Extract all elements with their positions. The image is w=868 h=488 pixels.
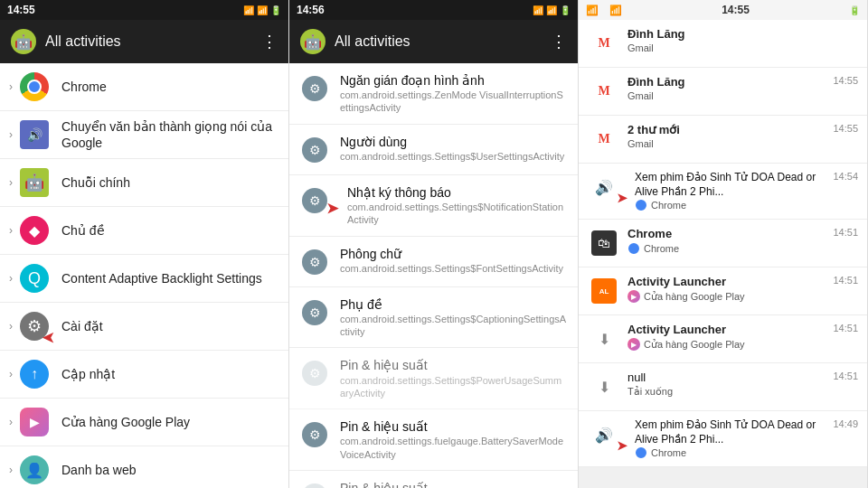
status-icons-3: 🔋 — [849, 5, 860, 15]
sub-phong-chu: com.android.settings.Settings$FontSettin… — [340, 262, 567, 275]
notif-sub-chrome-1: Chrome — [627, 242, 826, 255]
text-nguoi-dung: Người dùng com.android.settings.Settings… — [340, 134, 567, 163]
list-item-cua-hang[interactable]: › ▶ Cửa hàng Google Play — [0, 399, 288, 446]
item-label-cap-nhat: Cập nhật — [61, 366, 279, 382]
status-bar-1: 14:55 📶 📶 🔋 — [0, 0, 288, 20]
text-phu-de: Phụ đề com.android.settings.Settings$Cap… — [340, 296, 567, 339]
item-label-danh-ba: Danh ba web — [61, 462, 279, 478]
app-bar-1: 🤖 All activities ⋮ — [0, 20, 288, 63]
menu-icon-2[interactable]: ⋮ — [551, 32, 567, 52]
app-bar-2: 🤖 All activities ⋮ — [289, 20, 578, 63]
arrow-indicator-cai-dat: ➤ — [42, 329, 54, 346]
status-bar-3: 📶 📶 14:55 🔋 — [579, 0, 867, 20]
notif-icon-activity-2: ⬇ — [588, 323, 620, 355]
notif-sub-xem-phim-1: Chrome — [635, 199, 826, 211]
label-phong-chu: Phông chữ — [340, 246, 567, 262]
label-pin2: Pin & hiệu suất — [340, 418, 567, 435]
app-bar-title-1: All activities — [45, 33, 252, 50]
label-pin3: Pin & hiệu suất — [340, 480, 567, 488]
notif-title-xem-phim-1: Xem phim Đảo Sinh Tử DOA Dead or Alive P… — [635, 171, 826, 199]
list-item-cabl[interactable]: › Q Content Adaptive Backlight Settings — [0, 255, 288, 303]
activities-list-1: › Chrome › 🔊 Chuyển văn bản thành giọng … — [0, 63, 288, 488]
chevron-tts: › — [9, 128, 13, 141]
notif-icon-xem-phim-2: 🔊 ➤ — [588, 418, 620, 451]
gmail-icon-1: M — [598, 36, 609, 51]
sub-pin2: com.android.settings.fuelgauge.BatterySa… — [340, 435, 567, 461]
arrow-xem-phim-2: ➤ — [617, 438, 627, 453]
tts-icon: 🔊 — [20, 120, 49, 149]
list-item-chrome[interactable]: › Chrome — [0, 63, 288, 111]
theme-icon: ◆ — [20, 216, 49, 245]
list-item-chu-de[interactable]: › ◆ Chủ đề — [0, 207, 288, 255]
list-item-nhat-ky[interactable]: ⚙ ➤ Nhật ký thông báo com.android.settin… — [289, 175, 578, 237]
notif-time-2thu: 14:55 — [833, 123, 858, 134]
sub-pin1: com.android.settings.Settings$PowerUsage… — [340, 374, 567, 400]
list-item-cai-dat[interactable]: › ⚙ ➤ Cài đặt — [0, 303, 288, 351]
notif-time-chrome-1: 14:51 — [833, 227, 858, 238]
list-item-pin1[interactable]: ⚙ Pin & hiệu suất com.android.settings.S… — [289, 348, 578, 409]
list-item-danh-ba[interactable]: › 👤 Danh ba web — [0, 446, 288, 488]
text-pin1: Pin & hiệu suất com.android.settings.Set… — [340, 357, 567, 399]
activities-list-2: ⚙ Ngăn gián đoạn hình ảnh com.android.se… — [289, 63, 578, 488]
wifi-icon-3: 📶 — [586, 5, 599, 16]
notif-icon-chrome-bag: 🛍 — [588, 227, 620, 259]
list-item-cap-nhat[interactable]: › ↑ Cập nhật — [0, 351, 288, 399]
item-label-tts: Chuyển văn bản thành giọng nói của Googl… — [61, 118, 279, 151]
icon-wrap-ngan-chan: ⚙ — [300, 74, 329, 103]
notif-item-2thu[interactable]: M 2 thư mới Gmail 14:55 — [579, 116, 867, 164]
chevron-cap-nhat: › — [9, 368, 13, 380]
notif-title-dinh-lang-2: Đình Lăng — [627, 75, 826, 90]
notif-title-chrome-1: Chrome — [627, 227, 826, 242]
list-item-phu-de[interactable]: ⚙ Phụ đề com.android.settings.Settings$C… — [289, 287, 578, 349]
status-icons-1: 📶 📶 🔋 — [243, 5, 281, 15]
notif-item-dinh-lang-1[interactable]: M Đình Lăng Gmail — [579, 20, 867, 68]
text-nhat-ky: Nhật ký thông báo com.android.settings.S… — [347, 184, 567, 227]
panel-all-activities-2: 14:56 📶 📶 🔋 🤖 All activities ⋮ ⚙ Ngăn gi… — [289, 0, 579, 488]
text-pin2: Pin & hiệu suất com.android.settings.fue… — [340, 418, 567, 461]
notif-item-activity-1[interactable]: AL Activity Launcher ▶ Cửa hàng Google P… — [579, 267, 867, 315]
notif-item-xem-phim-1[interactable]: 🔊 ➤ Xem phim Đảo Sinh Tử DOA Dead or Ali… — [579, 164, 867, 220]
list-item-ngan-chan[interactable]: ⚙ Ngăn gián đoạn hình ảnh com.android.se… — [289, 63, 578, 125]
app-bar-title-2: All activities — [335, 33, 542, 50]
menu-icon-1[interactable]: ⋮ — [261, 32, 278, 52]
android-logo-2: 🤖 — [300, 29, 326, 54]
notif-icon-dinh-lang-2: M — [588, 75, 620, 108]
notif-item-chrome-1[interactable]: 🛍 Chrome Chrome 14:51 — [579, 220, 867, 267]
list-item-chuoi[interactable]: › 🤖 Chuỗi chính — [0, 159, 288, 207]
notif-sub-activity-1: ▶ Cửa hàng Google Play — [627, 290, 826, 303]
sub-phu-de: com.android.settings.Settings$Captioning… — [340, 313, 567, 339]
notif-item-dinh-lang-2[interactable]: M Đình Lăng Gmail 14:55 — [579, 68, 867, 116]
notif-item-activity-2[interactable]: ⬇ Activity Launcher ▶ Cửa hàng Google Pl… — [579, 315, 867, 363]
list-item-tts[interactable]: › 🔊 Chuyển văn bản thành giọng nói của G… — [0, 111, 288, 159]
icon-wrap-chu-de: ◆ — [18, 214, 51, 247]
notif-time-activity-1: 14:51 — [833, 275, 858, 286]
play-icon-notif-2: ▶ — [627, 338, 640, 351]
list-item-pin3[interactable]: ⚙ Pin & hiệu suất com.android.settings.f… — [289, 471, 578, 488]
wifi-icon-2: 📶 — [533, 5, 543, 15]
notif-text-xem-phim-2: Xem phim Đảo Sinh Tử DOA Dead or Alive P… — [635, 418, 826, 459]
icon-wrap-pin3: ⚙ — [300, 482, 329, 488]
play-store-icon: ▶ — [20, 408, 49, 436]
list-item-phong-chu[interactable]: ⚙ Phông chữ com.android.settings.Setting… — [289, 237, 578, 287]
list-item-nguoi-dung[interactable]: ⚙ Người dùng com.android.settings.Settin… — [289, 125, 578, 175]
notif-sub-dinh-lang-2: Gmail — [627, 90, 826, 101]
icon-wrap-phong-chu: ⚙ — [300, 248, 329, 277]
activity-icon-1: AL — [591, 278, 617, 304]
chevron-cua-hang: › — [9, 416, 13, 428]
notif-icon-activity-1: AL — [588, 275, 620, 307]
sub-nhat-ky: com.android.settings.Settings$Notificati… — [347, 201, 567, 227]
chrome-icon-notif-1 — [635, 199, 647, 211]
signal-icon-2: 📶 — [546, 5, 557, 15]
download-icon-1: ⬇ — [599, 331, 610, 348]
list-item-pin2[interactable]: ⚙ Pin & hiệu suất com.android.settings.f… — [289, 409, 578, 471]
gear-disabled-icon-pin3: ⚙ — [302, 483, 327, 488]
notif-item-xem-phim-2[interactable]: 🔊 ➤ Xem phim Đảo Sinh Tử DOA Dead or Ali… — [579, 411, 867, 467]
notif-item-null[interactable]: ⬇ null Tải xuống 14:51 — [579, 363, 867, 411]
gear-icon-nguoi-dung: ⚙ — [302, 137, 327, 163]
icon-wrap-nguoi-dung: ⚙ — [300, 136, 329, 164]
battery-icon-2: 🔋 — [560, 5, 571, 15]
notif-text-2thu: 2 thư mới Gmail — [627, 123, 826, 149]
status-icons-2: 📶 📶 🔋 — [533, 5, 571, 15]
speaker-icon-2: 🔊 — [595, 427, 613, 444]
notif-text-dinh-lang-2: Đình Lăng Gmail — [627, 75, 826, 101]
